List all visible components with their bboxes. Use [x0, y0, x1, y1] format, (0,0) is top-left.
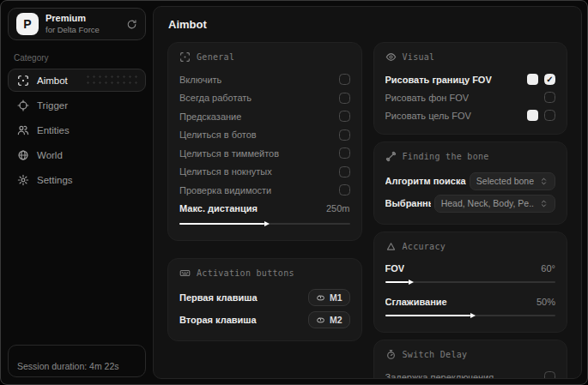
sidebar-item-label: World	[37, 150, 63, 160]
sidebar-item-trigger[interactable]: Trigger	[8, 93, 146, 117]
users-icon	[17, 124, 29, 136]
selected-bones-row: Выбранные кости Head, Neck, Body, Pe..	[385, 192, 556, 214]
checkbox[interactable]	[339, 147, 350, 159]
draw-fov-border-row: Рисовать границу FOV	[385, 70, 556, 88]
sidebar-item-world[interactable]: World	[8, 143, 146, 166]
checkbox[interactable]	[339, 74, 350, 85]
checkbox[interactable]	[339, 166, 350, 177]
main-panel: Aimbot General Включить В	[153, 6, 582, 379]
category-label: Category	[14, 53, 140, 63]
eye-icon	[385, 51, 397, 63]
setting-row-target-knocked: Целиться в нокнутых	[179, 163, 350, 182]
slider-fill	[385, 281, 409, 283]
setting-row-enable: Включить	[179, 70, 350, 89]
keybind-value: M1	[330, 292, 342, 303]
panel-title: Accuracy	[403, 242, 446, 251]
license-title: Premium	[45, 13, 119, 25]
panel-switch-delay: Switch Delay Задержка переключения Задер…	[373, 340, 568, 379]
first-key-row: Первая клавиша M1	[179, 286, 350, 309]
select-value: Selected bone	[476, 176, 534, 186]
keyboard-icon	[179, 268, 191, 279]
smoothing-slider[interactable]	[385, 310, 556, 321]
checkbox[interactable]	[339, 111, 350, 122]
session-duration-card: Session duration: 4m 22s	[8, 345, 146, 377]
scan-icon	[179, 51, 191, 63]
color-swatch[interactable]	[527, 74, 538, 85]
draw-fov-target-row: Рисовать цель FOV	[385, 106, 556, 124]
select-value: Head, Neck, Body, Pe..	[441, 198, 534, 208]
checkbox[interactable]	[544, 74, 555, 85]
fov-row: FOV 60°	[385, 260, 556, 276]
sidebar-item-label: Entities	[37, 125, 70, 135]
keybind-value: M2	[330, 315, 342, 325]
fov-value: 60°	[541, 263, 555, 274]
session-duration-label: Session duration: 4m 22s	[17, 361, 118, 371]
sidebar-nav: Aimbot Trigger Entities World	[8, 69, 146, 193]
refresh-icon[interactable]	[126, 19, 137, 30]
app-window: P Premium for Delta Force Category Aimbo…	[0, 0, 588, 385]
checkbox[interactable]	[339, 129, 350, 141]
setting-row-visibility-check: Проверка видимости	[179, 181, 350, 200]
panel-title: Activation buttons	[197, 268, 294, 278]
panel-title: Switch Delay	[403, 350, 468, 359]
unfold-icon	[539, 199, 549, 208]
slider-fill	[179, 223, 264, 225]
panel-general: General Включить Всегда работать Предска…	[167, 42, 362, 241]
slider-fill	[385, 315, 470, 316]
checkbox[interactable]	[339, 184, 350, 196]
bone-icon	[385, 151, 397, 162]
panel-title: Finding the bone	[403, 152, 489, 161]
triangle-icon	[385, 241, 397, 252]
sidebar-item-entities[interactable]: Entities	[8, 118, 146, 141]
smoothing-value: 50%	[536, 297, 555, 307]
sidebar-item-label: Settings	[37, 175, 73, 185]
bone-algorithm-row: Алгоритм поиска кости Selected bone	[385, 170, 556, 192]
second-key-row: Вторая клавиша M2	[179, 309, 350, 331]
stopwatch-icon	[385, 349, 397, 360]
first-keybind-button[interactable]: M1	[308, 289, 350, 306]
crosshair-scan-icon	[17, 75, 29, 87]
sidebar: P Premium for Delta Force Category Aimbo…	[1, 1, 153, 384]
license-card: P Premium for Delta Force	[8, 8, 146, 40]
switch-delay-toggle-row: Задержка переключения	[385, 368, 556, 379]
max-distance-row: Макс. дистанция 250m	[179, 200, 350, 219]
max-distance-slider[interactable]	[179, 219, 350, 229]
license-subtitle: for Delta Force	[45, 25, 119, 35]
trigger-crosshair-icon	[17, 99, 29, 111]
draw-fov-background-row: Рисовать фон FOV	[385, 88, 556, 106]
sidebar-item-aimbot[interactable]: Aimbot	[8, 69, 146, 92]
color-swatch[interactable]	[527, 110, 538, 121]
mouse-icon	[316, 293, 325, 303]
setting-row-target-teammates: Целиться в тиммейтов	[179, 144, 350, 163]
panel-activation-buttons: Activation buttons Первая клавиша M1 Вто…	[167, 258, 362, 341]
checkbox[interactable]	[544, 92, 555, 103]
checkbox[interactable]	[544, 110, 555, 121]
second-keybind-button[interactable]: M2	[308, 311, 350, 328]
setting-row-prediction: Предсказание	[179, 107, 350, 126]
mouse-icon	[316, 316, 325, 325]
fov-slider[interactable]	[385, 277, 556, 287]
page-title: Aimbot	[168, 18, 567, 31]
setting-row-target-bots: Целиться в ботов	[179, 126, 350, 145]
panel-title: General	[197, 52, 234, 62]
checkbox[interactable]	[544, 371, 555, 379]
sidebar-item-label: Trigger	[37, 100, 68, 111]
setting-row-always-work: Всегда работать	[179, 89, 350, 108]
panel-visual: Visual Рисовать границу FOV Рисовать фон…	[373, 42, 568, 135]
sidebar-item-settings[interactable]: Settings	[8, 168, 146, 191]
selected-bones-select[interactable]: Head, Neck, Body, Pe..	[434, 195, 555, 213]
app-logo: P	[16, 13, 39, 35]
bone-algorithm-select[interactable]: Selected bone	[470, 172, 555, 190]
panel-finding-the-bone: Finding the bone Алгоритм поиска кости S…	[373, 141, 568, 225]
globe-icon	[17, 149, 29, 161]
max-distance-value: 250m	[326, 203, 350, 214]
panel-title: Visual	[403, 52, 435, 62]
smoothing-row: Сглаживание 50%	[385, 293, 556, 310]
checkbox[interactable]	[339, 93, 350, 104]
panel-accuracy: Accuracy FOV 60° Сглаживание 50%	[373, 232, 568, 333]
sidebar-item-label: Aimbot	[37, 75, 68, 86]
unfold-icon	[539, 177, 549, 186]
gear-icon	[17, 174, 29, 186]
